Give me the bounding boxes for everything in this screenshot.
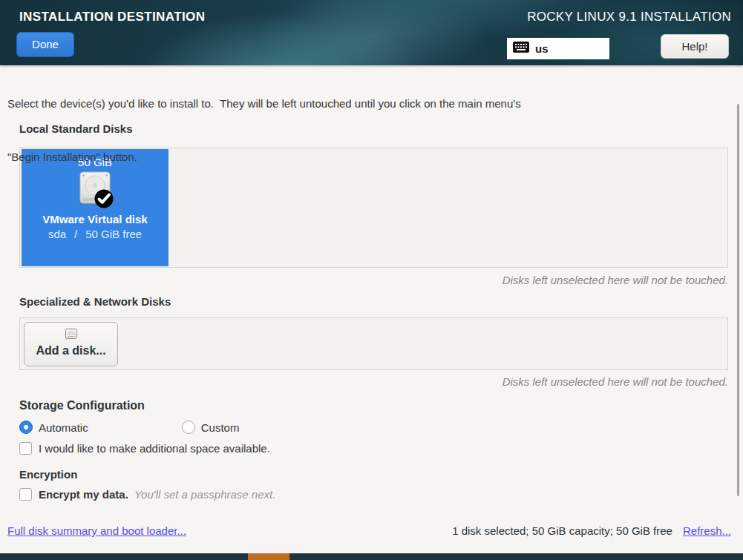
encrypt-data-checkbox[interactable] — [19, 488, 32, 501]
intro-line1: Select the device(s) you'd like to insta… — [7, 95, 731, 113]
local-disks-note: Disks left unselected here will not be t… — [503, 274, 728, 286]
reclaim-space-checkbox[interactable] — [19, 442, 32, 455]
specialized-disks-note: Disks left unselected here will not be t… — [503, 375, 728, 388]
intro-text: Select the device(s) you'd like to insta… — [7, 59, 731, 184]
radio-automatic[interactable] — [19, 421, 33, 434]
add-disk-button[interactable]: Add a disk... — [24, 322, 118, 366]
taskbar-strip — [0, 553, 743, 560]
taskbar-active-segment[interactable] — [248, 553, 289, 560]
add-disk-label: Add a disk... — [24, 344, 117, 358]
specialized-disks-heading: Specialized & Network Disks — [19, 295, 171, 308]
storage-options-row: Automatic Custom — [19, 421, 239, 434]
encryption-row: Encrypt my data. You'll set a passphrase… — [19, 488, 275, 501]
disk-device: sda — [48, 228, 66, 240]
header-bar: INSTALLATION DESTINATION ROCKY LINUX 9.1… — [0, 0, 743, 65]
radio-custom[interactable] — [182, 421, 195, 434]
vertical-scrollbar[interactable] — [737, 104, 739, 496]
keyboard-layout-indicator[interactable]: us — [507, 38, 609, 59]
disk-selection-status: 1 disk selected; 50 GiB capacity; 50 GiB… — [452, 524, 672, 537]
product-title: ROCKY LINUX 9.1 INSTALLATION — [527, 10, 731, 24]
radio-custom-label: Custom — [201, 421, 240, 434]
page-title: INSTALLATION DESTINATION — [19, 10, 205, 24]
specialized-disks-panel: Add a disk... — [19, 317, 728, 370]
disk-separator: / — [74, 228, 77, 240]
intro-line2: "Begin Installation" button. — [7, 148, 731, 166]
encrypt-data-label: Encrypt my data. — [39, 488, 128, 501]
disk-meta: sda / 50 GiB free — [22, 228, 168, 240]
reclaim-space-label: I would like to make additional space av… — [39, 442, 270, 455]
disk-free: 50 GiB free — [85, 228, 142, 240]
footer-right: 1 disk selected; 50 GiB capacity; 50 GiB… — [452, 524, 731, 537]
encryption-heading: Encryption — [19, 468, 77, 481]
reclaim-space-row: I would like to make additional space av… — [19, 442, 270, 455]
keyboard-layout-value: us — [535, 42, 549, 55]
done-button[interactable]: Done — [16, 32, 74, 57]
storage-configuration-heading: Storage Configuration — [19, 399, 145, 412]
disk-name: VMware Virtual disk — [22, 213, 168, 225]
full-disk-summary-link[interactable]: Full disk summary and boot loader... — [7, 524, 186, 537]
radio-automatic-label: Automatic — [39, 421, 88, 434]
encryption-hint: You'll set a passphrase next. — [134, 488, 275, 501]
small-drive-icon — [65, 329, 78, 342]
footer-left: Full disk summary and boot loader... — [7, 524, 186, 537]
keyboard-icon — [513, 42, 529, 56]
refresh-link[interactable]: Refresh... — [683, 524, 731, 537]
help-button[interactable]: Help! — [661, 34, 729, 59]
